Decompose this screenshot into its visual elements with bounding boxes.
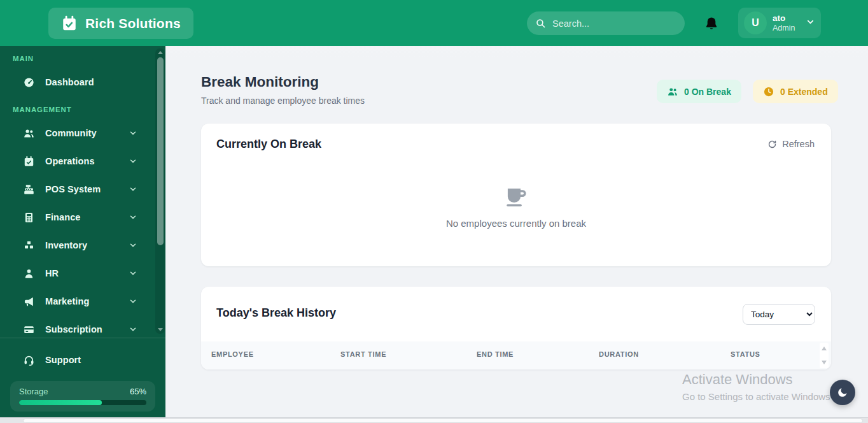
col-employee: EMPLOYEE — [211, 350, 254, 358]
chevron-down-icon — [129, 213, 137, 222]
sidebar-divider — [0, 338, 165, 338]
refresh-button[interactable]: Refresh — [767, 139, 815, 149]
chevron-down-icon — [129, 185, 137, 194]
storage-progress-track — [19, 400, 146, 405]
table-scroll-up-arrow[interactable] — [822, 347, 827, 350]
sidebar-item-pos-system[interactable]: POS System — [8, 177, 145, 201]
search-input[interactable] — [552, 18, 676, 29]
col-duration: DURATION — [599, 350, 639, 358]
coffee-cup-icon — [501, 183, 531, 210]
user-name: ato — [773, 13, 795, 24]
chevron-down-icon — [129, 297, 137, 306]
history-filter-select[interactable]: Today — [743, 304, 815, 325]
currently-on-break-card: Currently On Break Refresh No employees … — [201, 124, 831, 266]
page-subtitle: Track and manage employee break times — [201, 96, 365, 106]
activate-windows-watermark: Activate Windows Go to Settings to activ… — [682, 371, 830, 402]
refresh-icon — [767, 140, 777, 149]
col-status: STATUS — [731, 350, 760, 358]
credit-card-icon — [23, 324, 35, 336]
storage-label: Storage — [19, 387, 48, 396]
sidebar-scrollbar[interactable] — [155, 48, 165, 334]
calculator-icon — [23, 212, 35, 224]
scroll-up-arrow[interactable] — [158, 51, 163, 54]
card-title: Currently On Break — [216, 138, 321, 151]
dashboard-gauge-icon — [23, 76, 35, 89]
sidebar-item-label: Dashboard — [45, 77, 94, 87]
empty-state-message: No employees currently on break — [201, 218, 831, 229]
sidebar-item-finance[interactable]: Finance — [8, 205, 145, 229]
on-break-badge-label: 0 On Break — [684, 87, 731, 97]
moon-icon — [837, 387, 848, 398]
sidebar-item-operations[interactable]: Operations — [8, 149, 145, 173]
scroll-down-arrow[interactable] — [158, 328, 163, 331]
sidebar-scrollbar-thumb[interactable] — [157, 57, 164, 245]
refresh-label: Refresh — [782, 139, 815, 149]
headset-icon — [23, 354, 35, 366]
person-icon — [23, 268, 35, 280]
calendar-check-icon — [61, 15, 78, 32]
user-role: Admin — [773, 24, 795, 32]
on-break-badge: 0 On Break — [657, 80, 741, 103]
brand-logo[interactable]: Rich Solutions — [48, 8, 193, 39]
sidebar-item-inventory[interactable]: Inventory — [8, 233, 145, 257]
clock-icon — [763, 86, 774, 97]
col-start-time: START TIME — [340, 350, 386, 358]
chevron-down-icon — [806, 17, 815, 29]
sidebar-item-marketing[interactable]: Marketing — [8, 289, 145, 313]
storage-widget: Storage 65% — [10, 381, 155, 412]
page-title: Break Monitoring — [201, 74, 319, 90]
extended-badge: 0 Extended — [753, 80, 838, 103]
brand-name: Rich Solutions — [85, 16, 181, 31]
inventory-boxes-icon — [23, 240, 35, 252]
megaphone-icon — [23, 296, 35, 308]
avatar: U — [744, 11, 767, 34]
app-screen: Rich Solutions U ato Admin MAIN D — [0, 0, 868, 423]
chevron-down-icon — [129, 129, 137, 138]
community-icon — [23, 127, 35, 140]
table-scrollbar[interactable] — [820, 343, 829, 368]
cash-register-icon — [23, 183, 35, 196]
sidebar-item-support[interactable]: Support — [8, 348, 145, 372]
chevron-down-icon — [129, 241, 137, 250]
history-table-header: EMPLOYEE START TIME END TIME DURATION ST… — [201, 341, 831, 369]
storage-percent: 65% — [130, 387, 146, 396]
sidebar-section-management: MANAGEMENT — [13, 106, 72, 113]
chevron-down-icon — [129, 157, 137, 166]
notification-bell-icon[interactable] — [704, 15, 720, 32]
storage-progress-fill — [19, 400, 102, 405]
horizontal-scrollbar-thumb[interactable] — [23, 419, 863, 423]
sidebar-item-dashboard[interactable]: Dashboard — [8, 70, 145, 94]
search-box[interactable] — [527, 11, 685, 35]
extended-badge-label: 0 Extended — [780, 87, 828, 97]
users-icon — [667, 86, 678, 97]
watermark-line1: Activate Windows — [682, 371, 830, 388]
operations-calendar-icon — [23, 155, 35, 168]
table-scroll-down-arrow[interactable] — [822, 361, 827, 364]
horizontal-scrollbar[interactable] — [0, 417, 868, 423]
col-end-time: END TIME — [477, 350, 514, 358]
chevron-down-icon — [129, 325, 137, 334]
sidebar: MAIN Dashboard MANAGEMENT Community Oper… — [0, 46, 165, 418]
user-menu[interactable]: U ato Admin — [738, 8, 821, 38]
dark-mode-toggle[interactable] — [830, 380, 855, 405]
top-bar: Rich Solutions U ato Admin — [0, 0, 868, 46]
history-card-title: Today's Break History — [216, 306, 336, 320]
search-icon — [535, 18, 546, 29]
sidebar-item-community[interactable]: Community — [8, 121, 145, 145]
watermark-line2: Go to Settings to activate Windows — [682, 391, 830, 402]
sidebar-section-main: MAIN — [13, 55, 34, 62]
break-history-card: Today's Break History Today EMPLOYEE STA… — [201, 287, 831, 369]
chevron-down-icon — [129, 269, 137, 278]
sidebar-item-hr[interactable]: HR — [8, 261, 145, 285]
